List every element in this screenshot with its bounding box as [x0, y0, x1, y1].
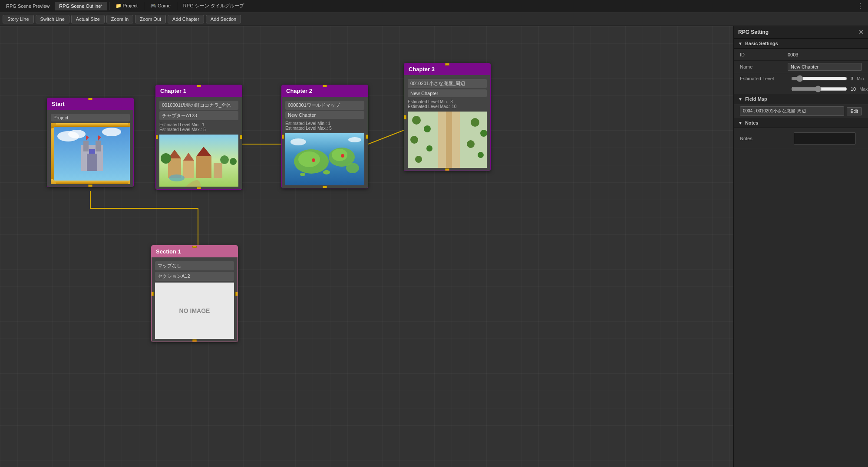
tab-game[interactable]: 🎮 Game — [146, 1, 175, 10]
chapter3-handle-bottom[interactable] — [445, 168, 449, 171]
level-min-row: Estimated Level 3 Min. — [734, 73, 868, 84]
svg-point-52 — [415, 156, 422, 163]
start-handle-top[interactable] — [88, 98, 92, 100]
chapter1-handle-bottom[interactable] — [197, 187, 201, 190]
chapter1-body: 0010001辺境の町ココカラ_全体 チャプターA123 Estimated L… — [156, 97, 242, 189]
svg-point-41 — [290, 138, 306, 145]
svg-point-50 — [410, 136, 418, 144]
chapter2-handle-top[interactable] — [323, 85, 327, 87]
chapter3-title: Chapter 3 — [409, 66, 435, 72]
start-node[interactable]: Start Project — [47, 98, 134, 187]
tab-tilemap[interactable]: RPG シーン タイルグループ — [179, 1, 248, 11]
notes-label: Notes — [745, 120, 759, 125]
chapter3-name: New Chapter — [408, 89, 487, 97]
start-image — [51, 123, 130, 184]
id-row: ID 0003 — [734, 49, 868, 61]
section1-name: セクションA12 — [155, 272, 234, 281]
tab-outline[interactable]: RPG Scene Outline* — [55, 2, 107, 10]
panel-close-button[interactable]: ✕ — [858, 29, 864, 36]
notes-arrow: ▼ — [738, 121, 743, 125]
svg-point-39 — [312, 158, 315, 162]
start-node-body: Project — [47, 110, 133, 187]
svg-point-38 — [300, 173, 305, 176]
section1-no-image: NO IMAGE — [155, 283, 234, 339]
tab-bar: RPG Scene Preview RPG Scene Outline* 📁 P… — [0, 0, 868, 12]
chapter2-handle-right[interactable] — [366, 135, 368, 139]
basic-settings-label: Basic Settings — [745, 41, 778, 46]
chapter1-handle-top[interactable] — [197, 85, 201, 87]
chapter2-handle-left[interactable] — [281, 135, 284, 139]
section1-node[interactable]: Section 1 マップなし セクションA12 NO IMAGE — [151, 245, 238, 342]
chapter3-body: 0010201小さな廃屋_周辺 New Chapter Estimated Le… — [404, 75, 490, 171]
section1-handle-bottom[interactable] — [192, 339, 197, 342]
field-map-header[interactable]: ▼ Field Map — [734, 94, 868, 104]
tab-preview[interactable]: RPG Scene Preview — [2, 2, 54, 10]
tab-separator-2 — [144, 2, 144, 10]
chapter1-handle-left[interactable] — [155, 135, 158, 139]
notes-area[interactable] — [794, 132, 856, 145]
story-line-button[interactable]: Story Line — [3, 15, 34, 23]
svg-point-48 — [412, 116, 421, 125]
id-label: ID — [740, 52, 788, 57]
svg-point-56 — [478, 152, 484, 158]
chapter1-handle-right[interactable] — [240, 135, 242, 139]
svg-rect-6 — [96, 141, 101, 151]
field-map-edit-button[interactable]: Edit — [847, 107, 862, 115]
chapter1-mapid: 0010001辺境の町ココカラ_全体 — [159, 101, 238, 110]
svg-point-2 — [68, 130, 86, 138]
chapter3-node[interactable]: Chapter 3 0010201小さな廃屋_周辺 New Chapter Es… — [404, 63, 491, 171]
svg-point-37 — [323, 170, 330, 174]
level-min-suffix: Min. — [857, 76, 865, 81]
chapter1-node[interactable]: Chapter 1 0010001辺境の町ココカラ_全体 チャプターA123 E… — [155, 85, 242, 190]
chapter1-title: Chapter 1 — [160, 88, 186, 94]
section1-title: Section 1 — [156, 248, 181, 255]
section1-body: マップなし セクションA12 NO IMAGE — [152, 257, 238, 342]
tab-project[interactable]: 📁 Project — [111, 1, 142, 10]
zoom-in-button[interactable]: Zoom In — [106, 15, 133, 23]
switch-line-button[interactable]: Switch Line — [36, 15, 69, 23]
svg-point-36 — [346, 163, 359, 173]
chapter3-image — [408, 112, 487, 168]
add-chapter-button[interactable]: Add Chapter — [168, 15, 204, 23]
svg-point-30 — [169, 174, 185, 181]
basic-settings-arrow: ▼ — [738, 41, 743, 46]
notes-row: Notes — [734, 128, 868, 149]
field-map-label: Field Map — [745, 96, 767, 102]
svg-point-42 — [348, 137, 361, 142]
chapter3-handle-top[interactable] — [445, 63, 449, 66]
basic-settings-header[interactable]: ▼ Basic Settings — [734, 39, 868, 49]
svg-rect-45 — [446, 112, 452, 168]
chapter3-handle-left[interactable] — [404, 115, 406, 119]
tab-separator — [109, 2, 109, 10]
notes-header[interactable]: ▼ Notes — [734, 118, 868, 128]
section1-handle-top[interactable] — [192, 245, 197, 248]
svg-rect-22 — [183, 161, 194, 178]
level-max-slider[interactable] — [791, 86, 847, 92]
actual-size-button[interactable]: Actual Size — [71, 15, 105, 23]
zoom-out-button[interactable]: Zoom Out — [135, 15, 166, 23]
chapter3-level: Estimated Level Min.: 3Estimated Level M… — [408, 99, 487, 110]
chapter1-image — [159, 135, 238, 187]
tab-more-icon[interactable]: ⋮ — [854, 2, 866, 10]
level-max-row: 10 Max. — [734, 84, 868, 94]
canvas-area[interactable]: Start Project — [0, 26, 733, 467]
level-min-slider[interactable] — [791, 75, 847, 82]
chapter2-handle-bottom[interactable] — [323, 186, 327, 188]
chapter1-level: Estimated Level Min.: 1Estimated Level M… — [159, 122, 238, 133]
svg-rect-24 — [196, 156, 211, 178]
svg-point-53 — [471, 118, 479, 127]
section1-handle-left[interactable] — [151, 292, 154, 296]
svg-point-40 — [341, 154, 344, 158]
chapter1-name: チャプターA123 — [159, 111, 238, 120]
add-section-button[interactable]: Add Section — [206, 15, 241, 23]
start-handle-bottom[interactable] — [88, 184, 92, 187]
tab-separator-3 — [177, 2, 177, 10]
section1-handle-right[interactable] — [235, 292, 238, 296]
svg-point-3 — [102, 128, 121, 136]
right-panel: RPG Setting ✕ ▼ Basic Settings ID 0003 N… — [733, 26, 868, 467]
name-input[interactable] — [788, 63, 862, 71]
panel-title: RPG Setting — [738, 29, 769, 35]
svg-rect-9 — [87, 154, 97, 171]
chapter2-node[interactable]: Chapter 2 0000001ワールドマップ New Chapter Est… — [281, 85, 368, 188]
start-title: Start — [52, 101, 65, 107]
